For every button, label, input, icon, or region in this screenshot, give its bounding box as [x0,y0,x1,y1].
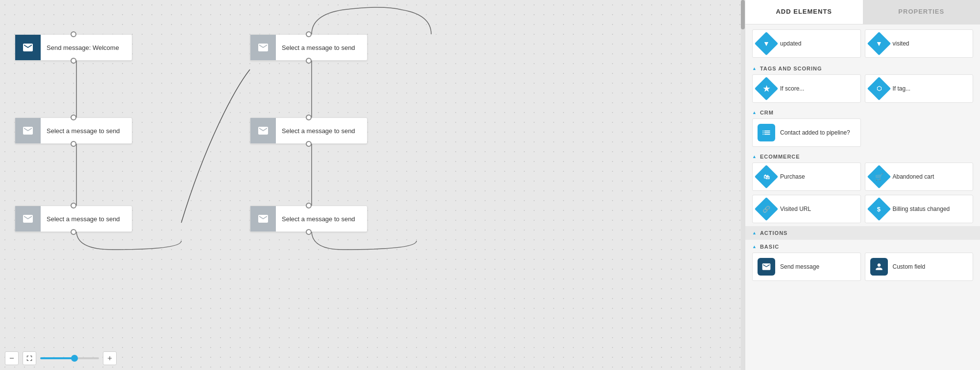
top-partial-elements: ▼ updated ▼ visited [752,29,973,58]
scrollbar-thumb[interactable] [741,0,745,29]
tags-scoring-grid: ★ If score... ⬡ If tag... [752,74,973,103]
node-label-4: Select a message to send [276,44,361,51]
node-select-5[interactable]: Select a message to send [250,117,368,144]
right-panel: ADD ELEMENTS PROPERTIES ▼ updated ▼ v [745,0,980,370]
connector-top-4[interactable] [306,31,312,37]
connector-bottom-5[interactable] [306,141,312,147]
abandoned-cart-icon: 🛒 [870,168,888,185]
updated-icon: ▼ [758,35,775,52]
ecommerce-grid: 🛍 Purchase 🛒 Abandoned cart 🔗 [752,162,973,223]
connector-top-3[interactable] [71,203,76,208]
node-label-2: Select a message to send [41,127,126,135]
node-select-2[interactable]: Select a message to send [15,117,132,144]
zoom-in-button[interactable] [103,351,117,365]
connector-bottom-2[interactable] [71,141,76,147]
node-icon-mail-6 [250,206,276,231]
tab-add-elements[interactable]: ADD ELEMENTS [745,0,863,24]
connector-top[interactable] [71,31,76,37]
basic-label: BASIC [760,244,779,250]
connector-top-5[interactable] [306,115,312,120]
connector-top-2[interactable] [71,115,76,120]
node-label: Send message: Welcome [41,44,125,51]
node-select-4[interactable]: Select a message to send [250,34,368,61]
panel-scrollbar[interactable] [741,0,745,370]
if-score-label: If score... [780,85,804,92]
element-if-score[interactable]: ★ If score... [752,74,861,103]
connector-bottom-3[interactable] [71,229,76,235]
zoom-out-button[interactable] [5,351,19,365]
visited-icon: ▼ [870,35,888,52]
section-basic[interactable]: ▲ BASIC [752,240,973,253]
node-icon-mail-4 [250,35,276,60]
connector-top-6[interactable] [306,203,312,208]
connector-bottom-4[interactable] [306,58,312,64]
actions-label: ACTIONS [760,230,788,236]
fit-button[interactable] [23,351,36,365]
section-tags-scoring[interactable]: ▲ TAGS AND SCORING [752,62,973,74]
canvas[interactable]: Send message: Welcome Select a message t… [0,0,741,370]
element-visited[interactable]: ▼ visited [865,29,974,58]
if-score-icon: ★ [758,80,775,97]
custom-field-icon [870,258,888,276]
crm-grid: Contact added to pipeline? [752,118,973,147]
connector-bottom-6[interactable] [306,229,312,235]
crm-label: CRM [760,110,774,116]
purchase-label: Purchase [780,173,805,180]
element-if-tag[interactable]: ⬡ If tag... [865,74,974,103]
element-updated[interactable]: ▼ updated [752,29,861,58]
element-updated-label: updated [780,40,801,47]
node-label-6: Select a message to send [276,215,361,223]
ecommerce-label: ECOMMERCE [760,154,800,160]
panel-content: ▼ updated ▼ visited ▲ TAGS AND SCORING [745,24,980,289]
arrow-ecommerce: ▲ [752,154,757,159]
if-tag-icon: ⬡ [870,80,888,97]
zoom-slider[interactable] [40,357,99,359]
element-billing-status[interactable]: $ Billing status changed [865,195,974,223]
element-send-message[interactable]: Send message [752,253,861,281]
custom-field-label: Custom field [893,263,926,270]
actions-grid: Send message Custom field [752,253,973,281]
section-crm[interactable]: ▲ CRM [752,106,973,118]
node-select-6[interactable]: Select a message to send [250,206,368,232]
send-message-label: Send message [780,263,819,270]
node-send-welcome[interactable]: Send message: Welcome [15,34,132,61]
node-label-3: Select a message to send [41,215,126,223]
abandoned-cart-label: Abandoned cart [893,173,934,180]
purchase-icon: 🛍 [758,168,775,185]
node-select-3[interactable]: Select a message to send [15,206,132,232]
pipeline-icon [758,124,775,141]
visited-url-label: Visited URL [780,206,811,212]
section-actions[interactable]: ▲ ACTIONS [745,226,980,240]
panel-tabs: ADD ELEMENTS PROPERTIES [745,0,980,24]
node-label-5: Select a message to send [276,127,361,135]
send-message-icon [758,258,775,276]
connector-bottom[interactable] [71,58,76,64]
tags-scoring-label: TAGS AND SCORING [760,66,822,71]
arrow-crm: ▲ [752,110,757,115]
tab-properties[interactable]: PROPERTIES [863,0,980,24]
node-icon-mail-5 [250,118,276,143]
element-purchase[interactable]: 🛍 Purchase [752,162,861,191]
contact-added-label: Contact added to pipeline? [780,129,850,136]
node-icon-mail [15,35,41,60]
visited-url-icon: 🔗 [758,200,775,218]
element-visited-url[interactable]: 🔗 Visited URL [752,195,861,223]
element-contact-added[interactable]: Contact added to pipeline? [752,118,861,147]
arrow-actions: ▲ [752,231,757,235]
node-icon-mail-3 [15,206,41,231]
zoom-toolbar [5,351,117,365]
element-visited-label: visited [893,40,909,47]
element-custom-field[interactable]: Custom field [865,253,974,281]
billing-status-icon: $ [870,200,888,218]
arrow-tags: ▲ [752,66,757,71]
element-abandoned-cart[interactable]: 🛒 Abandoned cart [865,162,974,191]
if-tag-label: If tag... [893,85,911,92]
arrow-basic: ▲ [752,244,757,249]
section-ecommerce[interactable]: ▲ ECOMMERCE [752,150,973,162]
billing-status-label: Billing status changed [893,206,950,212]
node-icon-mail-2 [15,118,41,143]
zoom-thumb[interactable] [71,355,78,362]
